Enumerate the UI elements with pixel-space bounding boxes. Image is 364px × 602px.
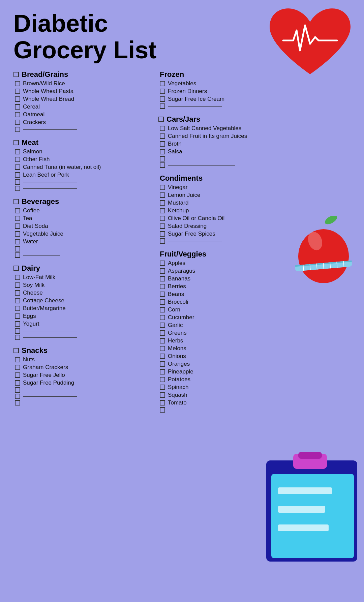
item-checkbox[interactable] <box>15 216 20 221</box>
item-checkbox[interactable] <box>15 96 20 102</box>
list-item: Ketchup <box>158 207 303 214</box>
item-checkbox[interactable] <box>160 400 165 405</box>
blank-checkbox[interactable] <box>160 407 165 413</box>
item-checkbox[interactable] <box>160 385 165 390</box>
item-checkbox[interactable] <box>160 299 165 305</box>
item-checkbox[interactable] <box>160 231 165 237</box>
item-label: Tea <box>23 215 32 222</box>
item-checkbox[interactable] <box>160 133 165 139</box>
item-checkbox[interactable] <box>160 192 165 198</box>
item-checkbox[interactable] <box>15 223 20 229</box>
list-item: Broccoli <box>158 299 303 305</box>
item-checkbox[interactable] <box>15 290 20 296</box>
item-checkbox[interactable] <box>160 126 165 131</box>
item-checkbox[interactable] <box>15 164 20 170</box>
item-checkbox[interactable] <box>160 261 165 266</box>
item-checkbox[interactable] <box>15 357 20 362</box>
blank-checkbox[interactable] <box>160 156 165 161</box>
item-checkbox[interactable] <box>15 372 20 378</box>
item-checkbox[interactable] <box>15 313 20 319</box>
item-checkbox[interactable] <box>160 369 165 374</box>
item-label: Pineapple <box>168 368 193 375</box>
section-checkbox-snacks[interactable] <box>13 348 19 353</box>
blank-checkbox[interactable] <box>160 103 165 109</box>
item-checkbox[interactable] <box>160 323 165 328</box>
blank-checkbox[interactable] <box>15 179 20 185</box>
section-bread-grains: Bread/Grains Brown/Wild Rice Whole Wheat… <box>13 70 155 132</box>
item-checkbox[interactable] <box>15 306 20 311</box>
item-checkbox[interactable] <box>15 120 20 125</box>
item-checkbox[interactable] <box>15 380 20 386</box>
list-item: Oranges <box>158 361 303 367</box>
item-checkbox[interactable] <box>15 89 20 94</box>
item-checkbox[interactable] <box>160 96 165 102</box>
item-checkbox[interactable] <box>15 321 20 327</box>
item-checkbox[interactable] <box>15 112 20 117</box>
item-label: Potatoes <box>168 376 190 383</box>
item-checkbox[interactable] <box>160 216 165 221</box>
item-checkbox[interactable] <box>15 282 20 288</box>
section-title-frozen: Frozen <box>160 70 184 79</box>
blank-checkbox[interactable] <box>15 394 20 399</box>
item-checkbox[interactable] <box>15 239 20 244</box>
item-checkbox[interactable] <box>160 392 165 398</box>
item-checkbox[interactable] <box>160 141 165 147</box>
item-checkbox[interactable] <box>160 377 165 382</box>
item-checkbox[interactable] <box>160 307 165 312</box>
item-checkbox[interactable] <box>160 223 165 229</box>
blank-checkbox[interactable] <box>160 162 165 168</box>
list-item: Beans <box>158 291 303 298</box>
item-checkbox[interactable] <box>160 89 165 94</box>
list-item: Sugar Free Ice Cream <box>158 96 303 102</box>
item-checkbox[interactable] <box>15 231 20 237</box>
item-checkbox[interactable] <box>160 361 165 367</box>
blank-checkbox[interactable] <box>15 328 20 334</box>
list-item: Crackers <box>13 119 155 126</box>
item-label: Sugar Free Spices <box>168 231 215 237</box>
blank-checkbox[interactable] <box>15 335 20 340</box>
section-checkbox-cans[interactable] <box>158 117 164 122</box>
item-checkbox[interactable] <box>15 298 20 303</box>
item-checkbox[interactable] <box>160 276 165 281</box>
section-title-condiments: Condiments <box>160 174 203 183</box>
item-checkbox[interactable] <box>15 365 20 370</box>
item-checkbox[interactable] <box>160 268 165 274</box>
blank-checkbox[interactable] <box>15 387 20 393</box>
item-checkbox[interactable] <box>160 346 165 351</box>
item-checkbox[interactable] <box>160 185 165 190</box>
item-checkbox[interactable] <box>15 81 20 86</box>
blank-checkbox[interactable] <box>15 186 20 191</box>
item-checkbox[interactable] <box>15 208 20 213</box>
section-checkbox-dairy[interactable] <box>13 266 19 271</box>
item-label: Lemon Juice <box>168 192 200 199</box>
item-label: Coffee <box>23 207 40 214</box>
blank-checkbox[interactable] <box>160 238 165 244</box>
item-checkbox[interactable] <box>160 284 165 289</box>
item-checkbox[interactable] <box>160 315 165 320</box>
item-checkbox[interactable] <box>15 149 20 154</box>
section-checkbox-bread[interactable] <box>13 72 19 77</box>
list-item: Corn <box>158 306 303 313</box>
item-checkbox[interactable] <box>160 149 165 154</box>
item-checkbox[interactable] <box>160 338 165 343</box>
item-checkbox[interactable] <box>160 292 165 297</box>
item-checkbox[interactable] <box>15 172 20 178</box>
blank-checkbox[interactable] <box>15 252 20 258</box>
svg-point-0 <box>324 216 339 226</box>
blank-checkbox[interactable] <box>15 400 20 405</box>
section-checkbox-beverages[interactable] <box>13 199 19 204</box>
item-checkbox[interactable] <box>15 157 20 162</box>
item-checkbox[interactable] <box>160 330 165 336</box>
item-checkbox[interactable] <box>160 354 165 359</box>
item-checkbox[interactable] <box>160 208 165 213</box>
blank-checkbox[interactable] <box>15 246 20 251</box>
item-checkbox[interactable] <box>15 275 20 280</box>
blank-checkbox[interactable] <box>15 127 20 132</box>
list-item: Salad Dressing <box>158 223 303 230</box>
item-checkbox[interactable] <box>160 81 165 86</box>
list-item: Garlic <box>158 322 303 329</box>
list-item: Asparagus <box>158 268 303 274</box>
item-checkbox[interactable] <box>160 200 165 206</box>
section-checkbox-meat[interactable] <box>13 140 19 145</box>
item-checkbox[interactable] <box>15 104 20 110</box>
